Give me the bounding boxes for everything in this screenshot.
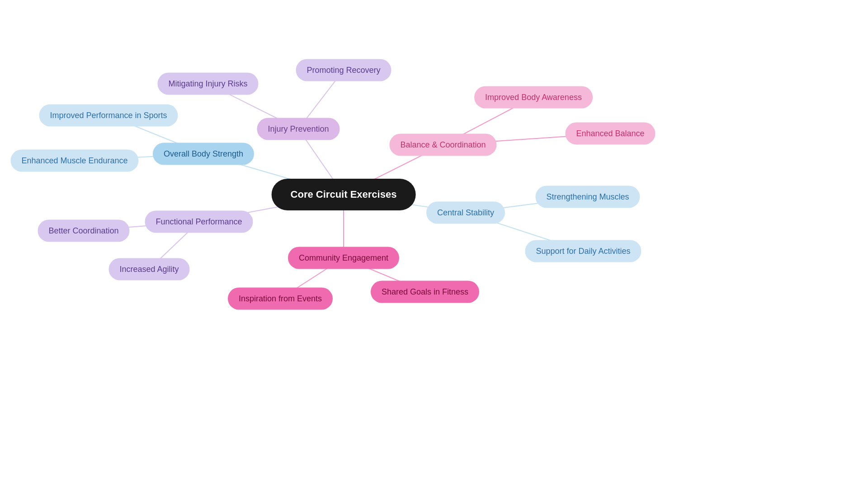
node-daily-activities: Support for Daily Activities (525, 240, 641, 262)
node-agility: Increased Agility (108, 258, 189, 281)
node-balance: Balance & Coordination (389, 134, 496, 156)
node-injury-prevention: Injury Prevention (257, 118, 340, 140)
node-recovery: Promoting Recovery (296, 59, 391, 81)
node-mitigating: Mitigating Injury Risks (157, 73, 258, 95)
node-body-strength: Overall Body Strength (153, 143, 254, 165)
node-sports-perf: Improved Performance in Sports (39, 105, 178, 127)
node-enhanced-balance: Enhanced Balance (565, 123, 655, 145)
node-coordination: Better Coordination (38, 220, 129, 242)
node-body-awareness: Improved Body Awareness (474, 86, 593, 109)
node-muscle-end: Enhanced Muscle Endurance (10, 150, 138, 172)
node-inspiration: Inspiration from Events (228, 288, 333, 310)
mindmap-container: Core Circuit ExercisesInjury PreventionM… (0, 0, 868, 490)
node-center: Core Circuit Exercises (272, 179, 416, 210)
node-community: Community Engagement (288, 247, 399, 269)
node-strengthening: Strengthening Muscles (535, 186, 640, 208)
node-shared-goals: Shared Goals in Fitness (371, 281, 479, 303)
node-central-stability: Central Stability (426, 202, 505, 224)
connections-svg (0, 0, 868, 490)
node-functional: Functional Performance (145, 211, 253, 233)
